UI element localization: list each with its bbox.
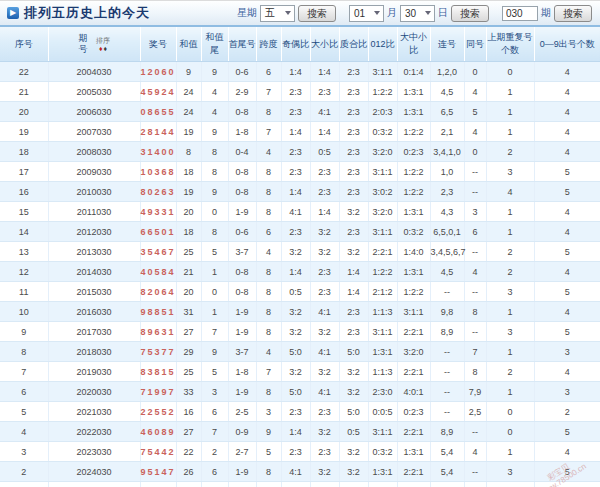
table-cell: 5 xyxy=(534,462,600,482)
table-cell: 8 xyxy=(201,142,228,162)
sort-desc-icon[interactable]: ♦ xyxy=(104,45,108,52)
table-cell: 0:3:2 xyxy=(368,442,397,462)
table-cell: 0-4 xyxy=(228,142,256,162)
table-cell: 2:3 xyxy=(310,162,339,182)
table-cell: 3 xyxy=(486,282,534,302)
table-cell: 2,1,9,8,7 xyxy=(430,482,464,487)
prize-number-cell: 83815 xyxy=(140,362,176,382)
table-cell: 3 xyxy=(486,162,534,182)
table-cell: 8 xyxy=(256,262,281,282)
table-cell: 2,3 xyxy=(430,182,464,202)
prize-number-cell: 89631 xyxy=(140,322,176,342)
day-select-value: 30 xyxy=(405,8,416,19)
table-cell: 0-8 xyxy=(228,182,256,202)
table-cell: 2022030 xyxy=(48,422,140,442)
table-cell: 2015030 xyxy=(48,282,140,302)
table-cell: 3-7 xyxy=(228,342,256,362)
weekday-search-button[interactable]: 搜索 xyxy=(298,5,336,22)
table-cell: 6,5 xyxy=(430,102,464,122)
table-cell: 2:3 xyxy=(339,302,368,322)
day-select[interactable]: 30 xyxy=(400,5,435,22)
table-cell: 16 xyxy=(0,182,48,202)
table-cell: 3 xyxy=(201,382,228,402)
table-cell: 1:2:2 xyxy=(368,262,397,282)
table-cell: 3:2 xyxy=(339,202,368,222)
table-row: 192007030281441991-871:41:42:30:3:21:2:2… xyxy=(0,122,600,142)
page: ▶ 排列五历史上的今天 星期 五 搜索 01 月 30 xyxy=(0,0,600,487)
table-cell: 12 xyxy=(0,262,48,282)
table-cell: 3 xyxy=(534,382,600,402)
table-cell: 2016030 xyxy=(48,302,140,322)
table-cell: 0 xyxy=(464,142,486,162)
table-cell: 2:1:2 xyxy=(368,282,397,302)
sort-asc-icon[interactable]: ♦ xyxy=(99,45,103,52)
table-cell: 14 xyxy=(0,222,48,242)
table-cell: 8 xyxy=(256,162,281,182)
table-cell: 6 xyxy=(0,382,48,402)
table-cell: 3:2 xyxy=(310,322,339,342)
prize-number-cell: 35467 xyxy=(140,242,176,262)
table-cell: 2:2:1 xyxy=(368,242,397,262)
table-cell: -- xyxy=(464,282,486,302)
prize-number-cell: 29718 xyxy=(140,482,176,487)
table-cell: 18 xyxy=(176,162,201,182)
table-cell: 9,8 xyxy=(430,302,464,322)
table-cell: 2 xyxy=(201,442,228,462)
table-cell: 4 xyxy=(486,182,534,202)
table-cell: 2:3 xyxy=(339,322,368,342)
table-cell: 0:0:5 xyxy=(368,402,397,422)
table-cell: 5 xyxy=(0,402,48,422)
column-header: 同号 xyxy=(464,27,486,62)
prize-number-cell: 28144 xyxy=(140,122,176,142)
table-cell: 2023030 xyxy=(48,442,140,462)
table-cell: 1-8 xyxy=(228,122,256,142)
table-cell: 5:0 xyxy=(281,342,310,362)
table-cell: 0:5 xyxy=(339,422,368,442)
table-cell: 0-9 xyxy=(228,422,256,442)
table-cell: 5 xyxy=(534,482,600,487)
table-cell: 8 xyxy=(201,162,228,182)
table-cell: 9 xyxy=(201,122,228,142)
table-cell: 1:4 xyxy=(310,62,339,82)
table-cell: 4,5 xyxy=(430,262,464,282)
table-cell: 4 xyxy=(256,142,281,162)
table-cell: 0-8 xyxy=(228,262,256,282)
table-cell: 2:3 xyxy=(310,182,339,202)
table-cell: 2:3 xyxy=(281,142,310,162)
table-cell: 1 xyxy=(486,102,534,122)
table-cell: -- xyxy=(430,342,464,362)
table-cell: 5 xyxy=(201,362,228,382)
table-cell: 4 xyxy=(464,442,486,462)
table-cell: 4:1 xyxy=(310,302,339,322)
table-cell: 3:2 xyxy=(339,242,368,262)
table-cell: 19 xyxy=(176,182,201,202)
table-row: 102016030988513111-983:24:12:31:1:33:1:1… xyxy=(0,302,600,322)
weekday-select[interactable]: 五 xyxy=(260,5,295,22)
month-select[interactable]: 01 xyxy=(349,5,384,22)
table-cell: 2020030 xyxy=(48,382,140,402)
table-cell: 3:2 xyxy=(281,362,310,382)
table-cell: 2 xyxy=(534,402,600,422)
table-cell: 0 xyxy=(464,62,486,82)
table-cell: 8 xyxy=(464,362,486,382)
table-row: 22200403012060990-661:41:42:33:1:10:1:41… xyxy=(0,62,600,82)
table-cell: 17 xyxy=(0,162,48,182)
issue-search-button[interactable]: 搜索 xyxy=(554,5,592,22)
column-header: 和值 xyxy=(176,27,201,62)
table-cell: 1-9 xyxy=(228,202,256,222)
table-cell: 13 xyxy=(0,242,48,262)
table-cell: -- xyxy=(430,402,464,422)
table-cell: 2:3 xyxy=(281,102,310,122)
table-cell: 2:3 xyxy=(310,442,339,462)
date-search-group: 01 月 30 日 搜索 xyxy=(349,5,489,22)
table-cell: 8 xyxy=(0,342,48,362)
table-cell: 6 xyxy=(464,222,486,242)
table-cell: 6,5,0,1 xyxy=(430,222,464,242)
table-cell: 5 xyxy=(201,242,228,262)
table-cell: 1 xyxy=(486,122,534,142)
table-cell: 2-9 xyxy=(228,82,256,102)
issue-input[interactable] xyxy=(502,6,538,21)
table-row: 12025030297182771-983:23:23:21:2:23:0:22… xyxy=(0,482,600,487)
date-search-button[interactable]: 搜索 xyxy=(451,5,489,22)
table-cell: 1:2:2 xyxy=(368,82,397,102)
